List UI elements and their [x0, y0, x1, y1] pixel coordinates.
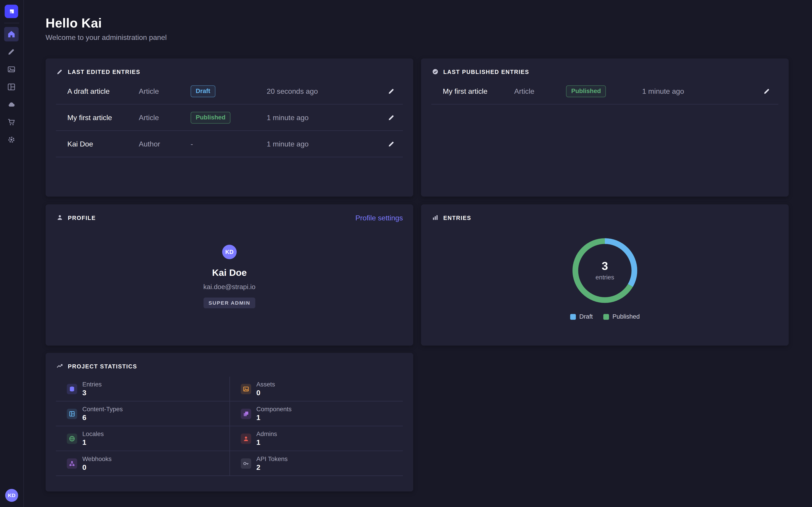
sidebar-item-content-type-builder[interactable] [4, 80, 18, 94]
stat-value: 0 [256, 388, 275, 397]
status-empty: - [191, 140, 193, 148]
stat-label: Admins [256, 430, 277, 438]
sidebar-nav [4, 27, 18, 147]
stat-label: Assets [256, 381, 275, 388]
published-swatch [603, 314, 609, 319]
home-icon [7, 30, 15, 38]
entries-icon [67, 384, 77, 394]
stat-value: 1 [82, 438, 104, 447]
status-badge: Published [566, 85, 606, 97]
profile-email: kai.doe@strapi.io [203, 283, 256, 291]
stat-label: Content-Types [82, 405, 123, 413]
stat-item-webhooks: Webhooks 0 [56, 451, 230, 476]
pencil-icon [763, 88, 770, 95]
entry-time: 1 minute ago [267, 113, 384, 122]
sidebar-item-marketplace[interactable] [4, 115, 18, 129]
stats-table: Entries 3 Assets 0 Content-Types [56, 377, 403, 476]
status-badge: Draft [191, 85, 215, 97]
pencil-icon [388, 140, 395, 147]
profile-settings-link[interactable]: Profile settings [355, 214, 403, 222]
stat-item-components: Components 1 [230, 402, 403, 426]
table-row: A draft article Article Draft 20 seconds… [56, 78, 403, 105]
profile-card: PROFILE Profile settings KD Kai Doe kai.… [46, 205, 413, 346]
entry-status-cell: Published [566, 85, 642, 97]
card-title: LAST EDITED ENTRIES [68, 68, 140, 75]
sidebar-item-media-library[interactable] [4, 62, 18, 76]
admins-icon [241, 433, 251, 444]
sidebar-item-home[interactable] [4, 27, 18, 41]
user-avatar[interactable]: KD [5, 489, 18, 502]
content-type-builder-icon [7, 83, 15, 91]
stat-item-admins: Admins 1 [230, 426, 403, 451]
card-title: PROFILE [68, 215, 96, 221]
entries-donut-chart: 3 entries [569, 234, 641, 307]
entries-card: ENTRIES 3 entries Draft [421, 205, 789, 346]
sidebar-divider [4, 23, 19, 23]
entry-status-cell: Published [191, 112, 267, 123]
assets-icon [241, 384, 251, 394]
stat-value: 1 [256, 413, 292, 422]
chart-icon [432, 214, 439, 221]
avatar-initials: KD [225, 249, 234, 255]
entry-time: 20 seconds ago [267, 87, 384, 95]
entries-table: My first article Article Published 1 min… [432, 78, 778, 105]
last-edited-entries-card: LAST EDITED ENTRIES A draft article Arti… [46, 58, 413, 196]
content-types-icon [67, 408, 77, 419]
entry-status-cell: Draft [191, 85, 267, 97]
stat-item-content-types: Content-Types 6 [56, 402, 230, 426]
cart-icon [7, 118, 15, 126]
trend-up-icon [56, 362, 63, 369]
strapi-logo-icon [7, 7, 15, 15]
entries-body: 3 entries Draft Published [421, 221, 789, 320]
edit-entry-button[interactable] [760, 84, 774, 98]
page-subtitle: Welcome to your administration panel [46, 33, 167, 42]
entry-status-cell: - [191, 139, 267, 149]
stat-value: 2 [256, 463, 288, 471]
project-statistics-card: PROJECT STATISTICS Entries 3 Assets 0 [46, 353, 413, 492]
entry-type: Article [514, 87, 566, 95]
cloud-icon [7, 100, 15, 109]
last-published-entries-card: LAST PUBLISHED ENTRIES My first article … [421, 58, 789, 196]
entry-type: Article [139, 113, 191, 122]
draft-swatch [570, 314, 576, 319]
profile-name: Kai Doe [212, 268, 247, 278]
stat-value: 0 [82, 463, 112, 471]
components-icon [241, 408, 251, 419]
chart-legend: Draft Published [570, 313, 640, 320]
edit-entry-button[interactable] [384, 136, 399, 151]
strapi-logo[interactable] [5, 5, 18, 18]
legend-label: Draft [579, 313, 593, 320]
page-title: Hello Kai [46, 15, 102, 31]
sidebar-item-content-manager[interactable] [4, 44, 18, 59]
legend-item-published: Published [603, 313, 640, 320]
stat-value: 6 [82, 413, 123, 422]
donut-center-label: 3 entries [569, 234, 641, 307]
entry-name: My first article [67, 113, 139, 122]
sidebar-item-settings[interactable] [4, 132, 18, 147]
profile-body: KD Kai Doe kai.doe@strapi.io SUPER ADMIN [46, 245, 413, 308]
pencil-icon [388, 88, 395, 95]
card-title: PROJECT STATISTICS [68, 363, 137, 369]
table-row: My first article Article Published 1 min… [56, 105, 403, 131]
stat-label: API Tokens [256, 455, 288, 463]
stat-value: 1 [256, 438, 277, 447]
card-header: LAST EDITED ENTRIES [46, 58, 413, 75]
entries-table: A draft article Article Draft 20 seconds… [56, 78, 403, 157]
edit-entry-button[interactable] [384, 84, 399, 98]
stat-label: Locales [82, 430, 104, 438]
entry-type: Author [139, 140, 191, 148]
stat-label: Webhooks [82, 455, 112, 463]
stat-item-entries: Entries 3 [56, 377, 230, 401]
entry-type: Article [139, 87, 191, 95]
sidebar-item-deploy[interactable] [4, 97, 18, 112]
person-icon [56, 214, 63, 221]
legend-item-draft: Draft [570, 313, 593, 320]
edit-entry-button[interactable] [384, 110, 399, 125]
user-avatar-initials: KD [8, 493, 15, 498]
entries-count: 3 [602, 260, 608, 273]
locales-icon [67, 433, 77, 444]
sidebar: KD [0, 0, 24, 507]
check-circle-icon [432, 68, 439, 75]
entry-time: 1 minute ago [267, 140, 384, 148]
entry-name: My first article [443, 87, 514, 95]
